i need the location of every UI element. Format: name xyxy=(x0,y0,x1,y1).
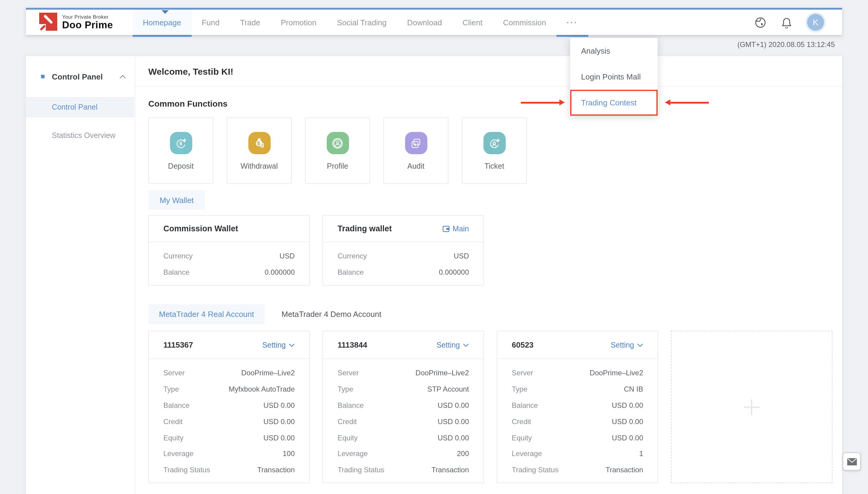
function-label: Deposit xyxy=(168,162,194,170)
row-label: Server xyxy=(512,369,533,377)
row-label: Balance xyxy=(163,268,189,277)
account-cards-row: 1115367 Setting ServerDooPrime–Live2 Typ… xyxy=(148,331,832,483)
account-row-credit: CreditUSD 0.00 xyxy=(512,414,643,430)
divider xyxy=(134,86,842,87)
wallet-cards-row: Commission Wallet Currency USD Balance 0… xyxy=(148,215,484,286)
menu-item-trading-contest[interactable]: Trading Contest xyxy=(570,90,658,116)
feedback-mail-button[interactable] xyxy=(843,452,861,471)
brand-tagline: Your Private Broker xyxy=(62,14,113,20)
row-value: USD 0.00 xyxy=(438,434,469,442)
account-row-trading-status: Trading StatusTransaction xyxy=(337,462,469,478)
chevron-down-icon xyxy=(463,343,469,347)
common-functions-row: ¥ Deposit $ xyxy=(148,117,527,184)
nav-item-fund[interactable]: Fund xyxy=(191,10,230,35)
row-label: Trading Status xyxy=(163,466,210,474)
nav-item-trade[interactable]: Trade xyxy=(230,10,271,35)
user-avatar[interactable]: K xyxy=(807,14,824,31)
row-value: USD xyxy=(454,252,469,261)
account-row-credit: CreditUSD 0.00 xyxy=(337,414,469,430)
annotation-arrow-left xyxy=(521,102,559,103)
bullet-icon xyxy=(41,75,44,78)
row-label: Balance xyxy=(337,401,364,410)
function-card-profile[interactable]: Profile xyxy=(305,117,370,184)
tab-my-wallet[interactable]: My Wallet xyxy=(148,190,205,210)
row-value: USD xyxy=(279,252,295,261)
sidebar-item-statistics-overview[interactable]: Statistics Overview xyxy=(26,125,134,146)
account-number: 1115367 xyxy=(163,340,193,349)
row-value: Transaction xyxy=(257,466,295,474)
setting-dropdown-button[interactable]: Setting xyxy=(437,341,469,349)
tab-mt4-demo-account[interactable]: MetaTrader 4 Demo Account xyxy=(273,304,390,324)
notification-bell-icon[interactable] xyxy=(781,16,793,28)
account-number: 1113844 xyxy=(337,340,367,349)
brand-text: Your Private Broker Doo Prime xyxy=(62,14,113,30)
account-card-60523: 60523 Setting ServerDooPrime–Live2 TypeC… xyxy=(497,331,658,483)
wallet-card-title: Trading wallet xyxy=(337,224,392,233)
menu-item-login-points-mall[interactable]: Login Points Mall xyxy=(570,64,658,90)
chevron-down-icon xyxy=(637,343,643,347)
function-card-deposit[interactable]: ¥ Deposit xyxy=(148,117,214,184)
language-globe-icon[interactable] xyxy=(754,16,766,28)
account-row-leverage: Leverage100 xyxy=(163,446,295,462)
setting-label: Setting xyxy=(437,341,460,349)
setting-dropdown-button[interactable]: Setting xyxy=(611,341,643,349)
row-label: Type xyxy=(337,385,353,393)
account-row-type: TypeMyfxbook AutoTrade xyxy=(163,381,295,398)
account-row-server: ServerDooPrime–Live2 xyxy=(337,365,469,381)
add-account-card[interactable] xyxy=(671,331,832,483)
wallet-row-balance: Balance 0.000000 xyxy=(337,264,469,281)
tab-mt4-real-account[interactable]: MetaTrader 4 Real Account xyxy=(148,304,265,324)
row-label: Type xyxy=(512,385,528,393)
navbar-actions: K xyxy=(754,10,824,35)
row-label: Balance xyxy=(337,268,364,277)
wallet-card-title: Commission Wallet xyxy=(163,224,238,233)
commission-wallet-card: Commission Wallet Currency USD Balance 0… xyxy=(148,215,310,286)
row-label: Balance xyxy=(512,401,538,410)
wallet-icon xyxy=(442,225,450,232)
brand-name: Doo Prime xyxy=(62,20,113,30)
row-value: USD 0.00 xyxy=(612,401,643,410)
nav-item-social-trading[interactable]: Social Trading xyxy=(327,10,397,35)
nav-item-commission[interactable]: Commission xyxy=(493,10,556,35)
nav-item-promotion[interactable]: Promotion xyxy=(270,10,327,35)
page-root: Your Private Broker Doo Prime Homepage F… xyxy=(0,0,868,494)
row-label: Credit xyxy=(512,417,531,426)
svg-text:$: $ xyxy=(257,140,260,146)
row-label: Equity xyxy=(337,434,358,442)
row-label: Leverage xyxy=(163,450,193,458)
function-card-withdrawal[interactable]: $ Withdrawal xyxy=(227,117,292,184)
nav-item-download[interactable]: Download xyxy=(397,10,453,35)
main-wallet-link[interactable]: Main xyxy=(442,224,469,233)
sidebar-item-control-panel[interactable]: Control Panel xyxy=(26,97,134,117)
main-link-label: Main xyxy=(453,224,469,233)
function-card-audit[interactable]: ¥ Audit xyxy=(383,117,448,184)
profile-icon xyxy=(327,132,349,154)
row-value: USD 0.00 xyxy=(263,417,295,426)
sidebar-section-title: Control Panel xyxy=(52,72,119,81)
account-number: 60523 xyxy=(512,340,533,349)
account-row-balance: BalanceUSD 0.00 xyxy=(512,397,643,414)
row-value: USD 0.00 xyxy=(438,401,469,410)
menu-item-analysis[interactable]: Analysis xyxy=(570,38,658,64)
sidebar-section-control-panel[interactable]: Control Panel xyxy=(26,56,134,97)
function-card-ticket[interactable]: Ticket xyxy=(462,117,527,184)
account-row-balance: BalanceUSD 0.00 xyxy=(163,397,295,414)
welcome-title: Welcome, Testib KI! xyxy=(148,66,233,77)
function-label: Ticket xyxy=(484,162,504,170)
trading-wallet-card: Trading wallet Main Currency USD xyxy=(322,215,484,286)
row-value: STP Account xyxy=(427,385,469,393)
row-value: Myfxbook AutoTrade xyxy=(229,385,295,393)
setting-label: Setting xyxy=(262,341,286,349)
setting-dropdown-button[interactable]: Setting xyxy=(262,341,295,349)
account-row-leverage: Leverage200 xyxy=(337,446,469,462)
row-value: 200 xyxy=(457,450,469,458)
doo-prime-logo-icon xyxy=(39,13,57,31)
brand-logo[interactable]: Your Private Broker Doo Prime xyxy=(39,13,113,31)
main-content: Welcome, Testib KI! Common Functions ¥ D… xyxy=(134,56,842,494)
function-label: Profile xyxy=(327,162,348,170)
row-label: Leverage xyxy=(337,450,368,458)
nav-item-more-menu[interactable]: ··· xyxy=(556,10,588,35)
nav-item-client[interactable]: Client xyxy=(452,10,493,35)
row-label: Credit xyxy=(337,417,357,426)
wallet-row-currency: Currency USD xyxy=(337,248,469,264)
